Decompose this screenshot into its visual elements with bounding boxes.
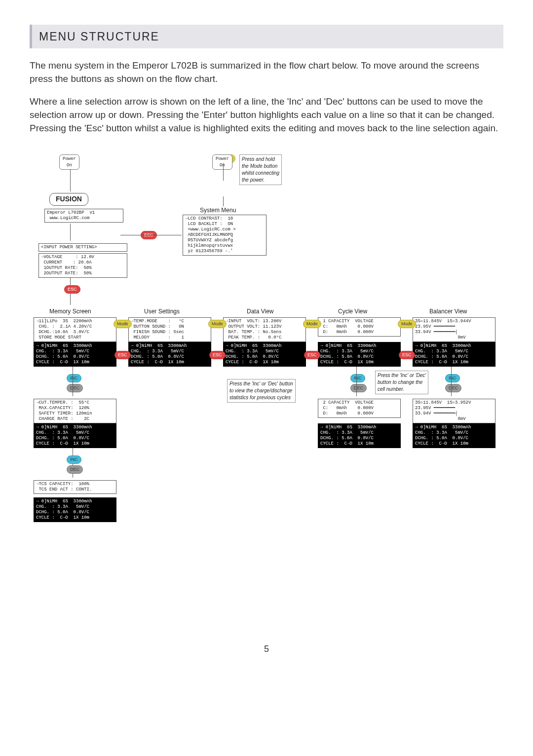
status-bar-3: → 0]NiMH 6S 3300mAhCHG. : 3.3A 5mV/CDCHG… — [223, 342, 306, 367]
input-power-screen: →VOLTAGE : 12.0V CURRENT : 20.0A 1OUTPUT… — [38, 253, 127, 278]
status-bar-7: → 0]NiMH 6S 3300mAhCHG. : 3.3A 5mV/CDCHG… — [318, 423, 401, 448]
power-on-box: PowerOn — [59, 154, 79, 170]
emperor-screen: Emperor L702BP v1 www.LogicRC.com — [44, 209, 123, 223]
arrow — [356, 367, 357, 396]
page-number: 5 — [30, 643, 503, 655]
arrow — [70, 224, 71, 241]
dec-button: DEC — [350, 384, 367, 392]
dec-button: DEC — [67, 465, 83, 474]
inc-button: INC — [350, 374, 365, 382]
status-bar-6: → 0]NiMH 6S 3300mAhCHG. : 3.3A 5mV/CDCHG… — [34, 423, 116, 448]
section-heading: MENU STRUCTURE — [30, 25, 503, 48]
esc-button: ESC — [304, 351, 320, 359]
system-menu-label: System Menu — [200, 206, 236, 215]
mode-button: Mode — [398, 320, 416, 328]
status-bar-2: → 0]NiMH 6S 3300mAhCHG. : 3.3A 5mV/CDCHG… — [128, 342, 211, 367]
balancer-note: Press the 'Inc' or 'Dec'button to change… — [375, 371, 428, 394]
inc-button: INC — [67, 455, 81, 464]
status-bar-1: → 0]NiMH 6S 3300mAhCHG. : 3.3A 5mV/CDCHG… — [34, 342, 116, 367]
data-view-label: Data View — [247, 307, 273, 316]
arrow — [73, 367, 73, 396]
esc-button: ESC — [399, 351, 415, 359]
hold-mode-note: Press and holdthe Mode buttonwhilst conn… — [239, 154, 282, 185]
mode-button: Mode — [303, 320, 321, 328]
memory-screen-label: Memory Screen — [49, 307, 91, 316]
status-bar-5: → 0]NiMH 6S 3300mAhCHG. : 3.3A 5mV/CDCHG… — [413, 342, 495, 367]
dec-button: DEC — [67, 384, 83, 392]
user-settings-label: User Settings — [144, 307, 180, 316]
arrow — [120, 235, 182, 235]
arrow — [451, 367, 452, 396]
dec-button: DEC — [445, 384, 461, 392]
cycle-note: Press the 'Inc' or 'Dec' buttonto view t… — [227, 379, 296, 403]
flow-chart: PowerOn Mode Press and holdthe Mode butt… — [30, 154, 503, 574]
esc-button: ESC — [114, 351, 131, 359]
cycle-view-2: 2 CAPACITY VOLTAGE C: 0mAh 0.000V D: 0mA… — [318, 399, 401, 418]
inc-button: INC — [445, 374, 460, 382]
status-bar-9: → 0]NiMH 6S 3300mAhCHG. : 3.3A 5mV/CDCHG… — [34, 497, 116, 522]
memory-screen: →11]LiPo 3S 2200mAh CHG. : 2.1A 4.20V/C … — [34, 317, 116, 342]
system-menu-screen: →LCD CONTRAST: 10 LCD BACKLIT : ON <www.… — [183, 215, 266, 256]
esc-button: ESC — [64, 285, 80, 294]
data-view-screen: →INPUT VOLT: 13.200V OUTPUT VOLT: 11.123… — [223, 317, 306, 342]
input-power-title: <INPUT POWER SETTING> — [38, 243, 127, 252]
balancer-view-2: 3S=11.845V 1S=3.952V23.95V ━━━━━━━━33.94… — [413, 399, 495, 423]
fusion-logo: FUSION — [49, 193, 88, 206]
esc-button: ESC — [209, 351, 226, 359]
cycle-view-label: Cycle View — [338, 307, 367, 316]
cycle-view-1: 1 CAPACITY VOLTAGE C: 0mAh 0.000V D: 0mA… — [318, 317, 401, 337]
balancer-view-label: Balancer View — [429, 307, 467, 316]
paragraph-1: The menu system in the Emperor L702B is … — [30, 59, 503, 85]
paragraph-2: Where a line selection arrow is shown on… — [30, 95, 503, 135]
user-settings-1: →TEMP.MODE : °C BUTTON SOUND : ON FINISH… — [128, 317, 211, 342]
arrow — [70, 169, 71, 191]
mode-button: Mode — [114, 320, 132, 328]
status-bar-4: → 0]NiMH 6S 3300mAhCHG. : 3.3A 5mV/CDCHG… — [318, 342, 401, 367]
balancer-view-1: 3S=11.845V 1S=3.944V23.95V ━━━━━━━━33.94… — [413, 317, 495, 342]
user-settings-3: →TCS CAPACITY: 100% TCS END ACT : CONTI. — [34, 480, 116, 494]
user-settings-2: →CUT.TEMPER. : 55°C MAX.CAPACITY: 120% S… — [34, 399, 116, 423]
power-on-box-2: PowerOn — [212, 154, 232, 170]
arrow — [223, 163, 224, 181]
inc-button: INC — [67, 374, 81, 382]
mode-button: Mode — [208, 320, 227, 328]
arrow — [223, 196, 224, 206]
status-bar-8: → 0]NiMH 6S 3300mAhCHG. : 3.3A 5mV/CDCHG… — [413, 423, 495, 448]
